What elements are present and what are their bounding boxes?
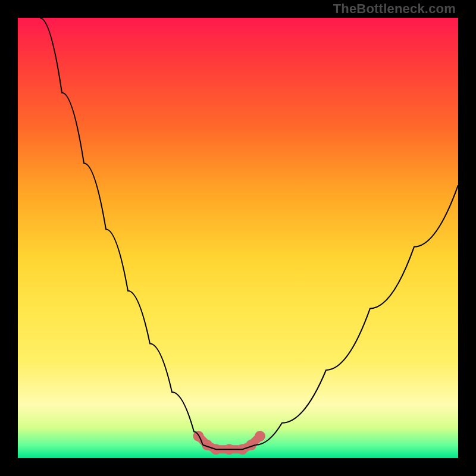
plot-area (18, 18, 458, 458)
optimal-zone-dot (255, 431, 265, 441)
watermark-text: TheBottleneck.com (333, 2, 456, 15)
right-branch-line (256, 185, 458, 445)
left-branch-line (40, 18, 203, 445)
outer-frame: TheBottleneck.com (0, 0, 476, 476)
optimal-zone-dots (193, 431, 265, 455)
pink-highlight-group (193, 431, 265, 455)
bottleneck-curve-svg (18, 18, 458, 458)
